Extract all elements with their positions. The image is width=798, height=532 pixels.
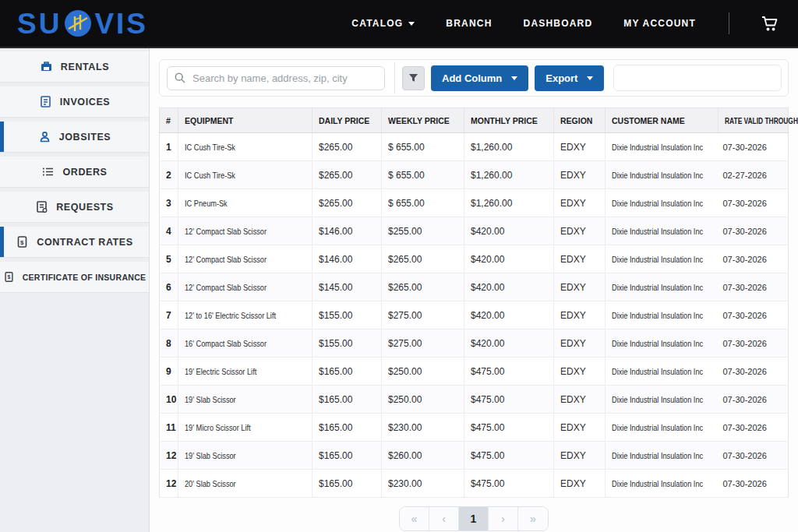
nav-item-catalog[interactable]: CATALOG bbox=[351, 18, 415, 29]
sidebar-item-contract-rates[interactable]: $ CONTRACT RATES bbox=[0, 227, 149, 258]
equipment-cell: 16' Compact Slab Scissor bbox=[178, 329, 312, 358]
nav-links: CATALOG BRANCH DASHBOARD MY ACCOUNT bbox=[351, 12, 779, 34]
rate-valid-through-cell: 07-30-2026 bbox=[719, 329, 789, 358]
weekly-price-cell: $ 655.00 bbox=[382, 161, 464, 189]
logo-text-pre: SU bbox=[17, 9, 62, 38]
logo-bridge-icon bbox=[64, 9, 92, 37]
table-row[interactable]: 412' Compact Slab Scissor$146.00$255.00$… bbox=[160, 217, 789, 245]
pagination-next-button[interactable]: › bbox=[489, 507, 518, 530]
invoices-icon bbox=[39, 95, 52, 108]
column-header-region[interactable]: REGION bbox=[554, 108, 606, 133]
table-row[interactable]: 612' Compact Slab Scissor$145.00$265.00$… bbox=[160, 273, 789, 301]
table-row[interactable]: 2IC Cush Tire-Sk$265.00$ 655.00$1,260.00… bbox=[160, 161, 789, 189]
sidebar-item-invoices[interactable]: INVOICES bbox=[0, 86, 149, 118]
table-row[interactable]: 1220' Slab Scissor$165.00$230.00$475.00E… bbox=[160, 470, 789, 498]
rate-valid-through-cell: 07-30-2026 bbox=[719, 470, 789, 498]
cart-button[interactable] bbox=[761, 14, 779, 33]
daily-price-cell: $155.00 bbox=[312, 329, 382, 358]
equipment-cell: 19' Slab Scissor bbox=[178, 442, 312, 470]
nav-item-label: MY ACCOUNT bbox=[623, 18, 696, 29]
rate-valid-through-cell: 07-30-2026 bbox=[719, 442, 789, 470]
weekly-price-cell: $275.00 bbox=[382, 301, 464, 329]
table-row[interactable]: 512' Compact Slab Scissor$146.00$265.00$… bbox=[160, 245, 789, 273]
sidebar-item-label: JOBSITES bbox=[59, 132, 111, 143]
daily-price-cell: $165.00 bbox=[312, 442, 382, 470]
sidebar-item-orders[interactable]: ORDERS bbox=[0, 157, 149, 188]
row-number-cell: 11 bbox=[160, 414, 178, 442]
pagination-prev-button[interactable]: ‹ bbox=[429, 507, 459, 530]
monthly-price-cell: $475.00 bbox=[464, 442, 554, 470]
table-row[interactable]: 1019' Slab Scissor$165.00$250.00$475.00E… bbox=[160, 386, 789, 414]
region-cell: EDXY bbox=[554, 386, 606, 414]
column-header-number[interactable]: # bbox=[160, 108, 178, 133]
column-header-customer-name[interactable]: CUSTOMER NAME bbox=[606, 108, 719, 133]
equipment-cell: 19' Micro Scissor Lift bbox=[178, 414, 312, 442]
monthly-price-cell: $475.00 bbox=[464, 470, 554, 498]
rate-valid-through-cell: 07-30-2026 bbox=[719, 189, 789, 217]
region-cell: EDXY bbox=[554, 217, 606, 245]
table-row[interactable]: 3IC Pneum-Sk$265.00$ 655.00$1,260.00EDXY… bbox=[160, 189, 789, 217]
weekly-price-cell: $ 655.00 bbox=[382, 133, 464, 161]
nav-item-my-account[interactable]: MY ACCOUNT bbox=[623, 18, 696, 29]
table-row[interactable]: 1IC Cush Tire-Sk$265.00$ 655.00$1,260.00… bbox=[160, 133, 789, 161]
weekly-price-cell: $250.00 bbox=[382, 358, 464, 386]
weekly-price-cell: $275.00 bbox=[382, 329, 464, 358]
column-header-equipment[interactable]: EQUIPMENT bbox=[178, 108, 312, 133]
row-number-cell: 6 bbox=[160, 273, 178, 301]
daily-price-cell: $155.00 bbox=[312, 301, 382, 329]
sidebar: RENTALS INVOICES JOBSITES ORDERS bbox=[0, 48, 150, 532]
equipment-cell: 12' Compact Slab Scissor bbox=[178, 245, 312, 273]
nav-item-dashboard[interactable]: DASHBOARD bbox=[524, 18, 593, 29]
monthly-price-cell: $420.00 bbox=[464, 245, 554, 273]
table-row[interactable]: 816' Compact Slab Scissor$155.00$275.00$… bbox=[160, 329, 789, 358]
rate-valid-through-cell: 07-30-2026 bbox=[719, 358, 789, 386]
logo[interactable]: SU VIS bbox=[17, 9, 148, 38]
search-input[interactable] bbox=[167, 66, 385, 90]
customer-name-cell: Dixie Industrial Insulation Inc bbox=[606, 386, 719, 414]
sidebar-item-rentals[interactable]: RENTALS bbox=[0, 51, 149, 83]
pagination-page-1-button[interactable]: 1 bbox=[459, 507, 489, 530]
daily-price-cell: $165.00 bbox=[312, 358, 382, 386]
nav-item-branch[interactable]: BRANCH bbox=[446, 18, 492, 29]
requests-icon bbox=[35, 200, 48, 213]
monthly-price-cell: $475.00 bbox=[464, 358, 554, 386]
export-button[interactable]: Export bbox=[535, 65, 604, 91]
pagination-last-button[interactable]: » bbox=[518, 507, 548, 530]
equipment-cell: 12' Compact Slab Scissor bbox=[178, 273, 312, 301]
pagination-first-button[interactable]: « bbox=[400, 507, 429, 530]
add-column-button[interactable]: Add Column bbox=[431, 65, 528, 91]
monthly-price-cell: $475.00 bbox=[464, 414, 554, 442]
toolbar-empty-field[interactable] bbox=[613, 65, 782, 91]
search-icon bbox=[174, 72, 186, 84]
weekly-price-cell: $250.00 bbox=[382, 386, 464, 414]
weekly-price-cell: $255.00 bbox=[382, 217, 464, 245]
table-row[interactable]: 712' to 16' Electric Scissor Lift$155.00… bbox=[160, 301, 789, 329]
sidebar-item-certificate-of-insurance[interactable]: $ CERTIFICATE OF INSURANCE bbox=[0, 262, 149, 293]
sidebar-item-jobsites[interactable]: JOBSITES bbox=[0, 122, 149, 153]
column-header-rate-valid-through[interactable]: RATE VALID THROUGH bbox=[719, 108, 789, 133]
filter-button[interactable] bbox=[402, 66, 425, 90]
svg-text:$: $ bbox=[20, 239, 24, 246]
weekly-price-cell: $265.00 bbox=[382, 273, 464, 301]
region-cell: EDXY bbox=[554, 133, 606, 161]
rate-valid-through-cell: 02-27-2026 bbox=[719, 161, 789, 189]
customer-name-cell: Dixie Industrial Insulation Inc bbox=[606, 273, 719, 301]
table-row[interactable]: 919' Electric Scissor Lift$165.00$250.00… bbox=[160, 358, 789, 386]
table-row[interactable]: 1219' Slab Scissor$165.00$260.00$475.00E… bbox=[160, 442, 789, 470]
region-cell: EDXY bbox=[554, 189, 606, 217]
column-header-weekly-price[interactable]: WEEKLY PRICE bbox=[382, 108, 464, 133]
table-row[interactable]: 1119' Micro Scissor Lift$165.00$230.00$4… bbox=[160, 414, 789, 442]
column-header-daily-price[interactable]: DAILY PRICE bbox=[312, 108, 382, 133]
row-number-cell: 12 bbox=[160, 470, 178, 498]
daily-price-cell: $146.00 bbox=[312, 245, 382, 273]
customer-name-cell: Dixie Industrial Insulation Inc bbox=[606, 161, 719, 189]
sidebar-item-requests[interactable]: REQUESTS bbox=[0, 192, 149, 223]
rentals-icon bbox=[40, 60, 53, 73]
weekly-price-cell: $265.00 bbox=[382, 245, 464, 273]
rate-valid-through-cell: 07-30-2026 bbox=[719, 301, 789, 329]
row-number-cell: 3 bbox=[160, 189, 178, 217]
customer-name-cell: Dixie Industrial Insulation Inc bbox=[606, 414, 719, 442]
nav-item-label: CATALOG bbox=[351, 18, 403, 29]
sidebar-item-label: RENTALS bbox=[61, 62, 109, 72]
column-header-monthly-price[interactable]: MONTHLY PRICE bbox=[464, 108, 554, 133]
